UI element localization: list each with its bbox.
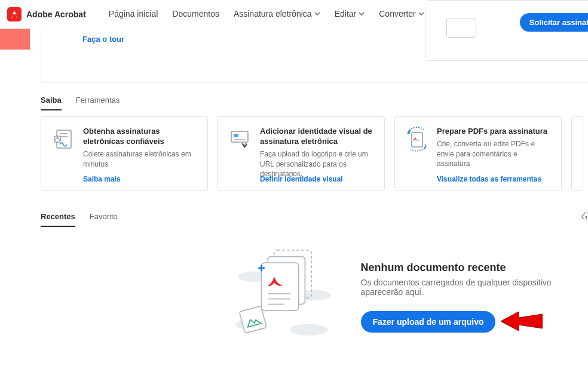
upload-file-button[interactable]: Fazer upload de um arquivo <box>361 311 496 333</box>
nav-label: Converter <box>379 9 415 19</box>
nav-label: Editar <box>335 9 357 19</box>
card-next-peek[interactable] <box>571 116 583 191</box>
red-accent-block <box>0 29 30 50</box>
nav-label: Documentos <box>172 9 219 19</box>
card-link-learn-more[interactable]: Saiba mais <box>83 175 121 183</box>
card-prepare-pdf[interactable]: Prepare PDFs para assinatura Crie, conve… <box>394 116 562 191</box>
nav-label: Assinatura eletrônica <box>234 9 312 19</box>
nav-esign[interactable]: Assinatura eletrônica <box>234 1 320 28</box>
card-title: Adicionar identidade visual de assinatur… <box>260 127 375 147</box>
empty-desc: Os documentos carregados de qualquer dis… <box>361 278 588 297</box>
cloud-upload-icon[interactable] <box>581 213 588 222</box>
nav-edit[interactable]: Editar <box>335 1 365 28</box>
nav-convert[interactable]: Converter <box>379 1 424 28</box>
cards-row: Obtenha assinaturas eletrônicas confiáve… <box>41 116 583 191</box>
learn-tabs: Saiba Ferramentas <box>41 96 120 110</box>
request-signatures-button[interactable]: Solicitar assinaturas <box>520 13 588 32</box>
empty-text: Nenhum documento recente Os documentos c… <box>361 262 588 333</box>
card-desc: Crie, converta ou edite PDFs e envie par… <box>437 139 552 169</box>
card-link-view-tools[interactable]: Visualize todas as ferramentas <box>437 175 541 183</box>
card-body: Adicionar identidade visual de assinatur… <box>260 127 375 181</box>
card-body: Obtenha assinaturas eletrônicas confiáve… <box>83 127 198 181</box>
card-branding[interactable]: Adicionar identidade visual de assinatur… <box>218 116 385 191</box>
empty-state: Nenhum documento recente Os documentos c… <box>221 245 588 349</box>
tab-favorite[interactable]: Favorito <box>90 212 118 227</box>
card-esignatures[interactable]: Obtenha assinaturas eletrônicas confiáve… <box>41 116 208 191</box>
tab-recents[interactable]: Recentes <box>41 212 75 227</box>
svg-rect-8 <box>412 133 422 147</box>
empty-title: Nenhum documento recente <box>361 262 588 274</box>
promo-thumbnail <box>446 19 476 38</box>
nav-home[interactable]: Página inicial <box>109 1 158 28</box>
svg-point-12 <box>290 324 328 336</box>
chevron-down-icon <box>314 11 320 17</box>
svg-rect-15 <box>262 263 299 310</box>
tab-tools[interactable]: Ferramentas <box>76 96 120 110</box>
card-link-define-branding[interactable]: Definir identidade visual <box>260 175 343 183</box>
nav-documents[interactable]: Documentos <box>172 1 219 28</box>
app-name: Adobe Acrobat <box>26 10 86 19</box>
recent-tabs: Recentes Favorito <box>41 212 118 227</box>
card-body: Prepare PDFs para assinatura Crie, conve… <box>437 127 552 181</box>
tab-learn[interactable]: Saiba <box>41 96 62 110</box>
card-desc: Colete assinaturas eletrônicas em minuto… <box>83 149 198 170</box>
card-title: Obtenha assinaturas eletrônicas confiáve… <box>83 127 198 147</box>
chevron-down-icon <box>418 11 424 17</box>
signature-doc-icon <box>51 127 76 152</box>
svg-rect-6 <box>234 134 238 137</box>
acrobat-logo-icon <box>7 7 22 21</box>
chevron-down-icon <box>359 11 365 17</box>
prepare-pdf-icon <box>405 127 430 152</box>
annotation-arrow-icon <box>501 309 543 333</box>
empty-illustration <box>221 245 338 349</box>
nav-label: Página inicial <box>109 9 158 19</box>
card-title: Prepare PDFs para assinatura <box>437 127 552 137</box>
branding-icon <box>228 127 253 152</box>
tour-link[interactable]: Faça o tour <box>82 35 124 44</box>
